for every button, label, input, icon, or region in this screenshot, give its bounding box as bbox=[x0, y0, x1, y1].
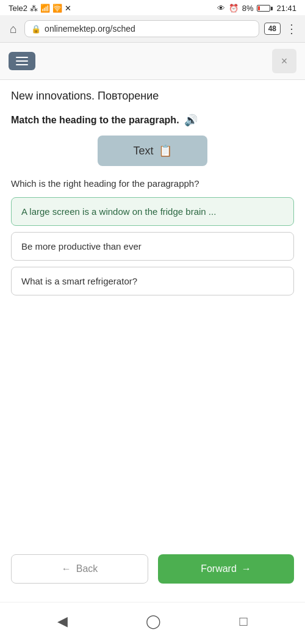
home-button[interactable]: ⌂ bbox=[7, 22, 20, 36]
instruction-text: Match the heading to the paragraph. 🔊 bbox=[11, 114, 294, 127]
main-content: New innovations. Повторение Match the he… bbox=[0, 80, 305, 427]
option-1-button[interactable]: A large screen is a window on the fridge… bbox=[11, 197, 294, 226]
carrier-label: Tele2 bbox=[9, 4, 27, 13]
option-2-button[interactable]: Be more productive than ever bbox=[11, 232, 294, 261]
question-text: Which is the right heading for the parag… bbox=[11, 178, 294, 189]
back-nav-button[interactable]: ◀ bbox=[48, 611, 77, 632]
hamburger-button[interactable] bbox=[9, 52, 35, 70]
status-right: 👁 ⏰ 8% 21:41 bbox=[217, 4, 296, 13]
home-nav-button[interactable]: ◯ bbox=[136, 611, 171, 632]
option-3-button[interactable]: What is a smart refrigerator? bbox=[11, 267, 294, 295]
hamburger-line bbox=[16, 60, 28, 62]
wifi-icon: 🛜 bbox=[52, 4, 62, 13]
forward-arrow-icon: → bbox=[242, 563, 251, 574]
recents-nav-button[interactable]: □ bbox=[230, 611, 257, 632]
signal-icon: ⁂ 📶 bbox=[30, 4, 50, 13]
url-bar[interactable]: 🔒 onlinemektep.org/sched bbox=[24, 20, 259, 37]
browser-bar: ⌂ 🔒 onlinemektep.org/sched 48 ⋮ bbox=[0, 15, 305, 43]
hamburger-line bbox=[16, 57, 28, 58]
option-1-text: A large screen is a window on the fridge… bbox=[21, 206, 216, 217]
lock-icon: 🔒 bbox=[31, 24, 41, 34]
menu-dots-icon[interactable]: ⋮ bbox=[285, 21, 298, 36]
close-button[interactable]: × bbox=[272, 49, 296, 73]
copy-icon: 📋 bbox=[159, 144, 172, 157]
url-text: onlinemektep.org/sched bbox=[45, 24, 135, 34]
battery-icon bbox=[257, 5, 273, 12]
back-arrow-icon: ← bbox=[62, 563, 71, 574]
hamburger-line bbox=[16, 64, 28, 65]
page-title: New innovations. Повторение bbox=[11, 90, 294, 103]
time-label: 21:41 bbox=[276, 4, 296, 13]
eye-icon: 👁 bbox=[217, 4, 225, 13]
back-button[interactable]: ← Back bbox=[11, 554, 148, 584]
bottom-nav: ◀ ◯ □ bbox=[0, 602, 305, 644]
status-bar: Tele2 ⁂ 📶 🛜 ✕ 👁 ⏰ 8% 21:41 bbox=[0, 0, 305, 15]
forward-label: Forward bbox=[201, 563, 237, 574]
nav-buttons: ← Back Forward → bbox=[0, 542, 305, 602]
back-label: Back bbox=[76, 563, 98, 574]
forward-button[interactable]: Forward → bbox=[158, 554, 294, 584]
battery-percent: 8% bbox=[242, 4, 254, 13]
status-left: Tele2 ⁂ 📶 🛜 ✕ bbox=[9, 4, 71, 13]
option-2-text: Be more productive than ever bbox=[21, 241, 142, 251]
toolbar: × bbox=[0, 43, 305, 80]
tab-badge[interactable]: 48 bbox=[264, 23, 281, 35]
text-button-label: Text bbox=[133, 145, 153, 157]
option-3-text: What is a smart refrigerator? bbox=[21, 276, 137, 286]
text-button[interactable]: Text 📋 bbox=[98, 136, 207, 166]
x-icon: ✕ bbox=[65, 4, 71, 13]
audio-icon[interactable]: 🔊 bbox=[184, 114, 198, 127]
alarm-icon: ⏰ bbox=[229, 4, 239, 13]
